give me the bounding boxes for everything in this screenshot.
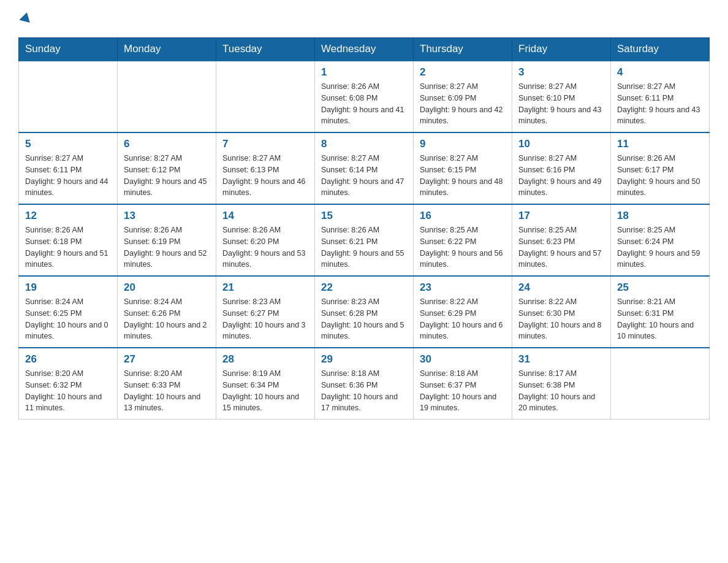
day-info: Sunrise: 8:27 AMSunset: 6:10 PMDaylight:… xyxy=(518,81,604,127)
day-cell-14: 14Sunrise: 8:26 AMSunset: 6:20 PMDayligh… xyxy=(216,204,315,276)
day-cell-15: 15Sunrise: 8:26 AMSunset: 6:21 PMDayligh… xyxy=(315,204,414,276)
day-cell-10: 10Sunrise: 8:27 AMSunset: 6:16 PMDayligh… xyxy=(512,132,611,204)
day-cell-5: 5Sunrise: 8:27 AMSunset: 6:11 PMDaylight… xyxy=(19,132,118,204)
day-cell-13: 13Sunrise: 8:26 AMSunset: 6:19 PMDayligh… xyxy=(118,204,216,276)
day-info: Sunrise: 8:22 AMSunset: 6:29 PMDaylight:… xyxy=(420,296,506,342)
day-info: Sunrise: 8:27 AMSunset: 6:13 PMDaylight:… xyxy=(222,153,308,199)
day-number: 5 xyxy=(25,138,111,150)
day-number: 29 xyxy=(321,353,407,366)
day-info: Sunrise: 8:26 AMSunset: 6:08 PMDaylight:… xyxy=(321,81,407,127)
header-day-saturday: Saturday xyxy=(611,38,710,61)
empty-cell xyxy=(216,61,315,132)
day-cell-11: 11Sunrise: 8:26 AMSunset: 6:17 PMDayligh… xyxy=(611,132,710,204)
day-number: 24 xyxy=(518,282,604,294)
day-number: 12 xyxy=(25,210,111,222)
day-cell-28: 28Sunrise: 8:19 AMSunset: 6:34 PMDayligh… xyxy=(216,348,315,419)
day-info: Sunrise: 8:17 AMSunset: 6:38 PMDaylight:… xyxy=(518,368,604,414)
day-number: 1 xyxy=(321,66,407,79)
day-info: Sunrise: 8:27 AMSunset: 6:09 PMDaylight:… xyxy=(420,81,506,127)
day-number: 17 xyxy=(518,210,604,222)
page-header xyxy=(18,12,710,25)
logo xyxy=(18,12,31,25)
day-info: Sunrise: 8:25 AMSunset: 6:23 PMDaylight:… xyxy=(518,224,604,270)
day-number: 3 xyxy=(518,66,604,79)
day-cell-7: 7Sunrise: 8:27 AMSunset: 6:13 PMDaylight… xyxy=(216,132,315,204)
day-cell-4: 4Sunrise: 8:27 AMSunset: 6:11 PMDaylight… xyxy=(611,61,710,132)
day-number: 18 xyxy=(617,210,703,222)
calendar-header: SundayMondayTuesdayWednesdayThursdayFrid… xyxy=(19,38,710,61)
day-info: Sunrise: 8:20 AMSunset: 6:33 PMDaylight:… xyxy=(124,368,210,414)
day-cell-12: 12Sunrise: 8:26 AMSunset: 6:18 PMDayligh… xyxy=(19,204,118,276)
day-info: Sunrise: 8:18 AMSunset: 6:37 PMDaylight:… xyxy=(420,368,506,414)
day-cell-25: 25Sunrise: 8:21 AMSunset: 6:31 PMDayligh… xyxy=(611,276,710,348)
day-number: 10 xyxy=(518,138,604,150)
day-number: 21 xyxy=(222,282,308,294)
day-info: Sunrise: 8:26 AMSunset: 6:21 PMDaylight:… xyxy=(321,224,407,270)
header-day-thursday: Thursday xyxy=(414,38,512,61)
day-number: 4 xyxy=(617,66,703,79)
day-info: Sunrise: 8:21 AMSunset: 6:31 PMDaylight:… xyxy=(617,296,703,342)
calendar-body: 1Sunrise: 8:26 AMSunset: 6:08 PMDaylight… xyxy=(19,61,710,419)
day-number: 22 xyxy=(321,282,407,294)
day-info: Sunrise: 8:26 AMSunset: 6:20 PMDaylight:… xyxy=(222,224,308,270)
day-cell-31: 31Sunrise: 8:17 AMSunset: 6:38 PMDayligh… xyxy=(512,348,611,419)
empty-cell xyxy=(611,348,710,419)
day-info: Sunrise: 8:22 AMSunset: 6:30 PMDaylight:… xyxy=(518,296,604,342)
day-number: 26 xyxy=(25,353,111,366)
day-info: Sunrise: 8:27 AMSunset: 6:11 PMDaylight:… xyxy=(25,153,111,199)
header-day-wednesday: Wednesday xyxy=(315,38,414,61)
day-number: 25 xyxy=(617,282,703,294)
day-info: Sunrise: 8:27 AMSunset: 6:11 PMDaylight:… xyxy=(617,81,703,127)
header-day-friday: Friday xyxy=(512,38,611,61)
header-day-sunday: Sunday xyxy=(19,38,118,61)
day-info: Sunrise: 8:26 AMSunset: 6:19 PMDaylight:… xyxy=(124,224,210,270)
day-number: 14 xyxy=(222,210,308,222)
header-day-monday: Monday xyxy=(118,38,216,61)
day-info: Sunrise: 8:24 AMSunset: 6:26 PMDaylight:… xyxy=(124,296,210,342)
day-number: 7 xyxy=(222,138,308,150)
empty-cell xyxy=(19,61,118,132)
day-number: 16 xyxy=(420,210,506,222)
day-number: 15 xyxy=(321,210,407,222)
day-cell-19: 19Sunrise: 8:24 AMSunset: 6:25 PMDayligh… xyxy=(19,276,118,348)
day-cell-21: 21Sunrise: 8:23 AMSunset: 6:27 PMDayligh… xyxy=(216,276,315,348)
day-cell-26: 26Sunrise: 8:20 AMSunset: 6:32 PMDayligh… xyxy=(19,348,118,419)
day-cell-20: 20Sunrise: 8:24 AMSunset: 6:26 PMDayligh… xyxy=(118,276,216,348)
day-cell-1: 1Sunrise: 8:26 AMSunset: 6:08 PMDaylight… xyxy=(315,61,414,132)
day-number: 31 xyxy=(518,353,604,366)
day-cell-3: 3Sunrise: 8:27 AMSunset: 6:10 PMDaylight… xyxy=(512,61,611,132)
day-number: 13 xyxy=(124,210,210,222)
day-number: 19 xyxy=(25,282,111,294)
day-number: 28 xyxy=(222,353,308,366)
day-number: 11 xyxy=(617,138,703,150)
day-info: Sunrise: 8:27 AMSunset: 6:14 PMDaylight:… xyxy=(321,153,407,199)
day-info: Sunrise: 8:18 AMSunset: 6:36 PMDaylight:… xyxy=(321,368,407,414)
day-info: Sunrise: 8:24 AMSunset: 6:25 PMDaylight:… xyxy=(25,296,111,342)
day-cell-2: 2Sunrise: 8:27 AMSunset: 6:09 PMDaylight… xyxy=(414,61,512,132)
day-cell-16: 16Sunrise: 8:25 AMSunset: 6:22 PMDayligh… xyxy=(414,204,512,276)
day-info: Sunrise: 8:23 AMSunset: 6:28 PMDaylight:… xyxy=(321,296,407,342)
day-number: 2 xyxy=(420,66,506,79)
day-info: Sunrise: 8:26 AMSunset: 6:17 PMDaylight:… xyxy=(617,153,703,199)
day-cell-27: 27Sunrise: 8:20 AMSunset: 6:33 PMDayligh… xyxy=(118,348,216,419)
header-row: SundayMondayTuesdayWednesdayThursdayFrid… xyxy=(19,38,710,61)
day-cell-24: 24Sunrise: 8:22 AMSunset: 6:30 PMDayligh… xyxy=(512,276,611,348)
day-cell-18: 18Sunrise: 8:25 AMSunset: 6:24 PMDayligh… xyxy=(611,204,710,276)
day-cell-6: 6Sunrise: 8:27 AMSunset: 6:12 PMDaylight… xyxy=(118,132,216,204)
day-info: Sunrise: 8:20 AMSunset: 6:32 PMDaylight:… xyxy=(25,368,111,414)
day-number: 30 xyxy=(420,353,506,366)
day-info: Sunrise: 8:27 AMSunset: 6:16 PMDaylight:… xyxy=(518,153,604,199)
calendar-table: SundayMondayTuesdayWednesdayThursdayFrid… xyxy=(18,37,710,419)
day-number: 23 xyxy=(420,282,506,294)
day-info: Sunrise: 8:19 AMSunset: 6:34 PMDaylight:… xyxy=(222,368,308,414)
week-row-4: 19Sunrise: 8:24 AMSunset: 6:25 PMDayligh… xyxy=(19,276,710,348)
day-info: Sunrise: 8:26 AMSunset: 6:18 PMDaylight:… xyxy=(25,224,111,270)
day-cell-22: 22Sunrise: 8:23 AMSunset: 6:28 PMDayligh… xyxy=(315,276,414,348)
day-info: Sunrise: 8:23 AMSunset: 6:27 PMDaylight:… xyxy=(222,296,308,342)
day-info: Sunrise: 8:25 AMSunset: 6:24 PMDaylight:… xyxy=(617,224,703,270)
day-number: 9 xyxy=(420,138,506,150)
day-cell-9: 9Sunrise: 8:27 AMSunset: 6:15 PMDaylight… xyxy=(414,132,512,204)
day-cell-17: 17Sunrise: 8:25 AMSunset: 6:23 PMDayligh… xyxy=(512,204,611,276)
week-row-2: 5Sunrise: 8:27 AMSunset: 6:11 PMDaylight… xyxy=(19,132,710,204)
day-cell-23: 23Sunrise: 8:22 AMSunset: 6:29 PMDayligh… xyxy=(414,276,512,348)
